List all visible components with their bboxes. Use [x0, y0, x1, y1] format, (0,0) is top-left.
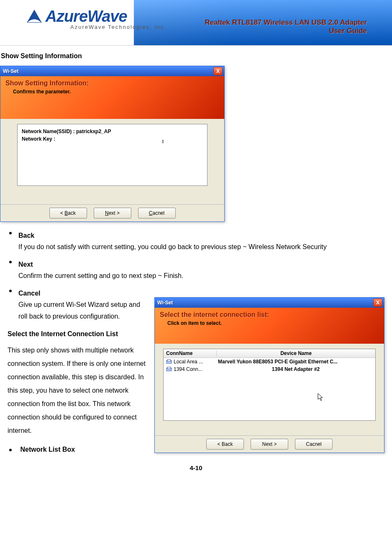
conn-name: Local Area ... — [174, 359, 203, 365]
list-header: ConnName Device Name — [164, 349, 375, 358]
bullet-marker-icon — [9, 232, 12, 234]
bullet-netlist-title: Network List Box — [20, 446, 75, 453]
mouse-cursor-icon — [318, 393, 323, 401]
close-button[interactable]: X — [213, 67, 223, 75]
close-icon: X — [216, 68, 220, 74]
column-connname: ConnName — [164, 350, 217, 356]
next-button[interactable]: Next > — [251, 439, 288, 450]
bullet-back-body: If you do not satisfy with current setti… — [18, 241, 384, 253]
close-icon: X — [376, 300, 379, 306]
dialog-body: ConnName Device Name Local Area ... Marv… — [155, 344, 384, 435]
bullet-cancel-body: Give up current Wi-Set Wizard setup and … — [18, 299, 149, 323]
device-name: 1394 Net Adapter #2 — [216, 366, 375, 372]
page-header: AzureWave AzureWave Technologies, Inc. R… — [0, 0, 392, 46]
azurewave-logo-icon — [26, 8, 44, 26]
dialog-titlebar[interactable]: Wi-Set X — [0, 66, 224, 76]
bullet-back: Back If you do not satisfy with current … — [8, 232, 384, 253]
bullet-netlist: Network List Box — [8, 446, 149, 453]
dialog-header-title: Show Setting Information: — [5, 80, 219, 87]
back-button[interactable]: < Back — [206, 439, 244, 450]
dialog-title: Wi-Set — [3, 68, 18, 74]
cancel-and-dialog-row: Cancel Give up current Wi-Set Wizard set… — [8, 290, 384, 454]
dialog-header-title: Select the internet connection list: — [160, 311, 379, 319]
info-ssid: Network Name(SSID) : patrickxp2_AP — [22, 128, 203, 135]
dialog-select-connection: Wi-Set X Select the internet connection … — [154, 297, 384, 453]
definition-list: Back If you do not satisfy with current … — [0, 232, 392, 453]
bullet-marker-icon — [9, 261, 12, 263]
bullet-cancel: Cancel Give up current Wi-Set Wizard set… — [8, 290, 149, 323]
dialog-footer: < Back Next > Cacnel — [0, 204, 224, 221]
network-icon — [166, 359, 172, 364]
setting-info-box[interactable]: Network Name(SSID) : patrickxp2_AP Netwo… — [17, 124, 208, 186]
logo-main-text: AzureWave — [45, 8, 127, 26]
section-show-setting-heading: Show Setting Information — [0, 52, 392, 60]
list-row[interactable]: Local Area ... Marvell Yukon 88E8053 PCI… — [164, 358, 375, 365]
list-row[interactable]: 1394 Conn... 1394 Net Adapter #2 — [164, 365, 375, 373]
bullet-back-title: Back — [18, 232, 384, 239]
column-devicename: Device Name — [217, 350, 375, 356]
bullet-marker-icon — [9, 290, 12, 292]
connection-list[interactable]: ConnName Device Name Local Area ... Marv… — [163, 349, 376, 421]
dialog-titlebar[interactable]: Wi-Set X — [155, 298, 384, 308]
device-name: Marvell Yukon 88E8053 PCI-E Gigabit Ethe… — [216, 359, 375, 365]
back-button[interactable]: < Back — [49, 208, 87, 219]
svg-rect-3 — [167, 367, 171, 369]
cancel-button[interactable]: Cacnel — [138, 208, 176, 219]
page-content: Show Setting Information Wi-Set X Show S… — [0, 46, 392, 482]
dialog-header-subtitle: Click on item to select. — [167, 320, 379, 326]
section-select-internet-body: This step only shows with multiple netwo… — [8, 344, 149, 437]
dialog-title: Wi-Set — [157, 300, 173, 306]
dialog-body: Network Name(SSID) : patrickxp2_AP Netwo… — [0, 119, 224, 204]
dialog-header: Show Setting Information: Confirms the p… — [0, 76, 224, 119]
cancel-button[interactable]: Cacnel — [295, 439, 333, 450]
dialog-footer: < Back Next > Cacnel — [155, 435, 384, 453]
next-button[interactable]: Next > — [94, 208, 131, 219]
bullet-next-title: Next — [18, 261, 384, 268]
product-line-1: Realtek RTL8187 Wireless LAN USB 2.0 Ada… — [205, 18, 367, 26]
product-line-2: User Guide — [329, 27, 367, 35]
product-title: Realtek RTL8187 Wireless LAN USB 2.0 Ada… — [205, 18, 367, 35]
bullet-next-body: Confirm the current setting and go to ne… — [18, 270, 384, 282]
dialog-header-subtitle: Confirms the parameter. — [13, 89, 219, 95]
bullet-next: Next Confirm the current setting and go … — [8, 261, 384, 282]
dialog-header: Select the internet connection list: Cli… — [155, 308, 384, 344]
page-number: 4-10 — [0, 464, 392, 476]
close-button[interactable]: X — [373, 298, 382, 307]
bullet-cancel-title: Cancel — [18, 290, 149, 297]
bullet-marker-icon — [9, 449, 12, 451]
section-select-internet-heading: Select the Internet Connection List — [8, 330, 149, 338]
svg-rect-1 — [167, 360, 171, 361]
dialog-show-setting: Wi-Set X Show Setting Information: Confi… — [0, 66, 225, 222]
text-cursor-icon: I — [162, 138, 164, 145]
network-icon — [166, 367, 172, 372]
info-netkey: Network Key : — [22, 135, 203, 143]
conn-name: 1394 Conn... — [174, 366, 202, 372]
